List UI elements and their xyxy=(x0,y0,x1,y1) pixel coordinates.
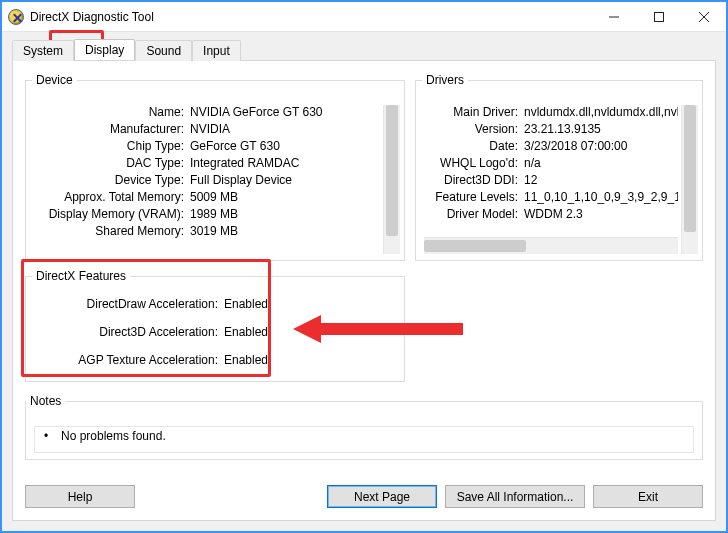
device-chiptype-label: Chip Type: xyxy=(34,139,184,153)
directx-features-legend: DirectX Features xyxy=(32,269,130,283)
drivers-whql-label: WHQL Logo'd: xyxy=(424,156,518,170)
device-approxtotal-value: 5009 MB xyxy=(190,190,380,204)
minimize-button[interactable] xyxy=(591,2,636,31)
drivers-vscrollbar[interactable] xyxy=(681,105,698,254)
tab-display-panel: Device Name: NVIDIA GeForce GT 630 Manuf… xyxy=(12,60,716,521)
tab-input[interactable]: Input xyxy=(192,40,241,61)
dx-agp-label: AGP Texture Acceleration: xyxy=(36,353,218,367)
titlebar: DirectX Diagnostic Tool xyxy=(2,2,726,32)
notes-line1: No problems found. xyxy=(61,429,166,443)
drivers-drivermodel-value: WDDM 2.3 xyxy=(524,207,678,221)
drivers-featurelevels-value: 11_0,10_1,10_0,9_3,9_2,9_1 xyxy=(524,190,678,204)
drivers-version-label: Version: xyxy=(424,122,518,136)
drivers-date-label: Date: xyxy=(424,139,518,153)
device-kvlist: Name: NVIDIA GeForce GT 630 Manufacturer… xyxy=(34,105,380,238)
dx-agp-value: Enabled xyxy=(224,353,394,367)
window-controls xyxy=(591,2,726,31)
device-sharedmem-label: Shared Memory: xyxy=(34,224,184,238)
tab-display[interactable]: Display xyxy=(74,39,135,60)
device-name-label: Name: xyxy=(34,105,184,119)
maximize-button[interactable] xyxy=(636,2,681,31)
svg-rect-1 xyxy=(654,12,663,21)
tabstrip: System Display Sound Input xyxy=(12,38,716,60)
device-manufacturer-value: NVIDIA xyxy=(190,122,380,136)
device-sharedmem-value: 3019 MB xyxy=(190,224,380,238)
dx-directdraw-label: DirectDraw Acceleration: xyxy=(36,297,218,311)
drivers-featurelevels-label: Feature Levels: xyxy=(424,190,518,204)
help-button[interactable]: Help xyxy=(25,485,135,508)
notes-group: Notes • No problems found. xyxy=(25,394,703,460)
device-chiptype-value: GeForce GT 630 xyxy=(190,139,380,153)
next-page-button[interactable]: Next Page xyxy=(327,485,437,508)
drivers-d3dddi-label: Direct3D DDI: xyxy=(424,173,518,187)
exit-button[interactable]: Exit xyxy=(593,485,703,508)
tab-system[interactable]: System xyxy=(12,40,74,61)
device-displayvram-label: Display Memory (VRAM): xyxy=(34,207,184,221)
device-devicetype-value: Full Display Device xyxy=(190,173,380,187)
device-group: Device Name: NVIDIA GeForce GT 630 Manuf… xyxy=(25,73,405,261)
drivers-group: Drivers Main Driver: nvldumdx.dll,nvldum… xyxy=(415,73,703,261)
close-button[interactable] xyxy=(681,2,726,31)
tab-sound[interactable]: Sound xyxy=(135,40,192,61)
drivers-main-value: nvldumdx.dll,nvldumdx.dll,nvldumdx.d xyxy=(524,105,678,119)
drivers-kvlist: Main Driver: nvldumdx.dll,nvldumdx.dll,n… xyxy=(424,105,678,221)
notes-bullet-icon: • xyxy=(41,429,51,443)
drivers-drivermodel-label: Driver Model: xyxy=(424,207,518,221)
client-area: System Display Sound Input Device Name: … xyxy=(2,32,726,531)
device-manufacturer-label: Manufacturer: xyxy=(34,122,184,136)
directx-features-group: DirectX Features DirectDraw Acceleration… xyxy=(25,269,405,382)
window-title: DirectX Diagnostic Tool xyxy=(30,10,154,24)
drivers-whql-value: n/a xyxy=(524,156,678,170)
drivers-main-label: Main Driver: xyxy=(424,105,518,119)
dx-direct3d-label: Direct3D Acceleration: xyxy=(36,325,218,339)
drivers-date-value: 3/23/2018 07:00:00 xyxy=(524,139,678,153)
drivers-hscrollbar[interactable] xyxy=(424,237,678,254)
notes-textbox[interactable]: • No problems found. xyxy=(34,426,694,453)
button-row: Help Next Page Save All Information... E… xyxy=(25,485,703,508)
device-name-value: NVIDIA GeForce GT 630 xyxy=(190,105,380,119)
device-dactype-label: DAC Type: xyxy=(34,156,184,170)
dx-kvlist: DirectDraw Acceleration: Enabled Direct3… xyxy=(32,289,398,367)
device-dactype-value: Integrated RAMDAC xyxy=(190,156,380,170)
save-all-button[interactable]: Save All Information... xyxy=(445,485,585,508)
device-approxtotal-label: Approx. Total Memory: xyxy=(34,190,184,204)
device-displayvram-value: 1989 MB xyxy=(190,207,380,221)
device-legend: Device xyxy=(32,73,77,87)
app-icon xyxy=(8,9,24,25)
drivers-legend: Drivers xyxy=(422,73,468,87)
dx-direct3d-value: Enabled xyxy=(224,325,394,339)
device-devicetype-label: Device Type: xyxy=(34,173,184,187)
drivers-version-value: 23.21.13.9135 xyxy=(524,122,678,136)
drivers-d3dddi-value: 12 xyxy=(524,173,678,187)
device-vscrollbar[interactable] xyxy=(383,105,400,254)
dx-directdraw-value: Enabled xyxy=(224,297,394,311)
notes-legend: Notes xyxy=(26,394,65,408)
